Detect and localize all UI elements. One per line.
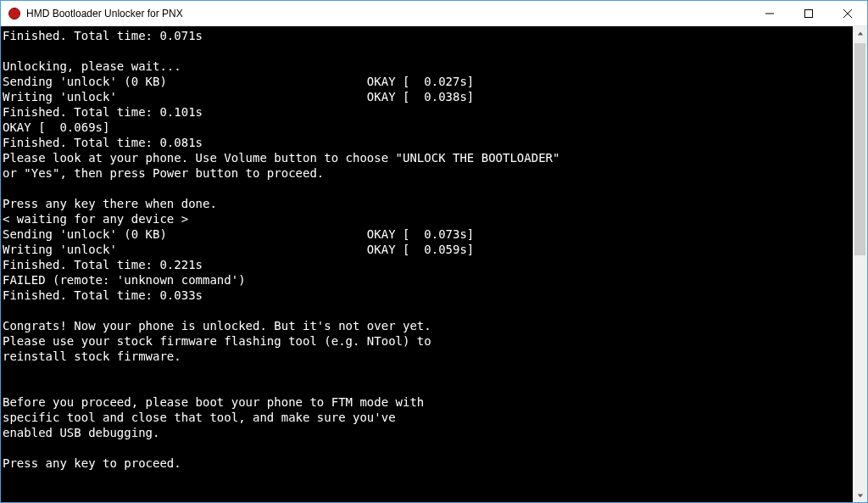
window-controls: [750, 1, 867, 25]
titlebar[interactable]: HMD Bootloader Unlocker for PNX: [1, 1, 867, 26]
maximize-button[interactable]: [789, 1, 828, 25]
close-button[interactable]: [828, 1, 867, 25]
scroll-up-arrow-icon[interactable]: [853, 26, 867, 41]
console-output[interactable]: Finished. Total time: 0.071s Unlocking, …: [1, 26, 853, 502]
svg-rect-3: [805, 9, 813, 17]
app-window: HMD Bootloader Unlocker for PNX Finished…: [0, 0, 868, 503]
vertical-scrollbar[interactable]: [853, 26, 867, 502]
app-icon: [8, 7, 21, 20]
scroll-thumb[interactable]: [854, 43, 865, 255]
minimize-button[interactable]: [750, 1, 789, 25]
window-title: HMD Bootloader Unlocker for PNX: [26, 8, 750, 20]
console-area: Finished. Total time: 0.071s Unlocking, …: [1, 26, 867, 502]
scroll-down-arrow-icon[interactable]: [853, 488, 867, 502]
